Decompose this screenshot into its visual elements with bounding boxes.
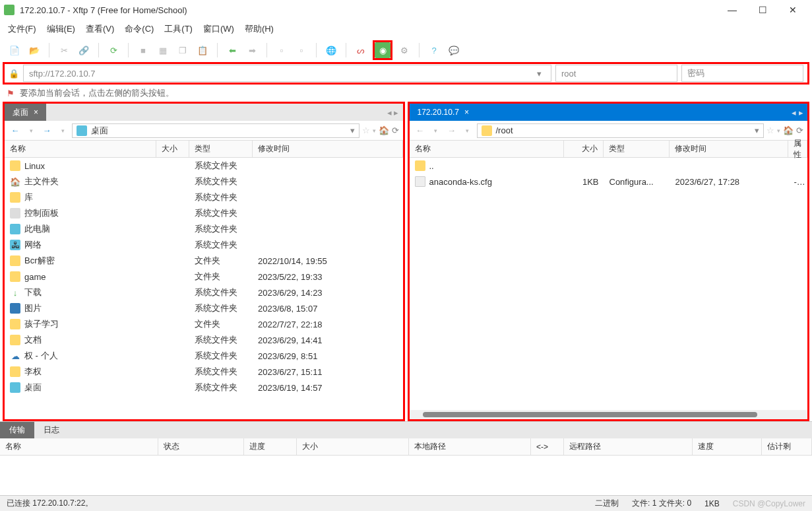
highlighted-toolbar-button[interactable]: ◉ bbox=[373, 40, 392, 60]
remote-path-input[interactable]: /root ▾ bbox=[477, 123, 765, 138]
transfer-left-icon[interactable]: ⬅ bbox=[224, 42, 240, 58]
th-status[interactable]: 状态 bbox=[158, 438, 244, 455]
remote-col-type[interactable]: 类型 bbox=[604, 141, 670, 157]
local-tab[interactable]: 桌面 × bbox=[5, 104, 46, 121]
local-refresh-icon[interactable]: ⟳ bbox=[392, 125, 399, 135]
menu-file[interactable]: 文件(F) bbox=[8, 23, 36, 35]
status-binary: 二进制 bbox=[595, 498, 619, 509]
file-type: 系统文件夹 bbox=[189, 223, 253, 235]
open-icon[interactable]: 📂 bbox=[26, 42, 42, 58]
props-icon[interactable]: ▦ bbox=[155, 42, 171, 58]
remote-col-attr[interactable]: 属性 bbox=[788, 141, 807, 157]
remote-col-size[interactable]: 大小 bbox=[564, 141, 604, 157]
file-row[interactable]: 图片 系统文件夹 2023/6/8, 15:07 bbox=[5, 300, 403, 316]
username-input[interactable]: root bbox=[555, 65, 677, 82]
stop-icon[interactable]: ■ bbox=[135, 42, 151, 58]
menu-tools[interactable]: 工具(T) bbox=[164, 23, 193, 35]
th-arrow[interactable]: <-> bbox=[531, 438, 564, 455]
th-name[interactable]: 名称 bbox=[0, 438, 158, 455]
menu-view[interactable]: 查看(V) bbox=[86, 23, 114, 35]
settings-icon[interactable]: ⚙ bbox=[396, 42, 412, 58]
page2-icon[interactable]: ▫ bbox=[294, 42, 309, 58]
password-input[interactable]: 密码 bbox=[681, 65, 803, 82]
file-row[interactable]: 孩子学习 文件夹 2022/7/27, 22:18 bbox=[5, 316, 403, 332]
local-col-name[interactable]: 名称 bbox=[5, 141, 156, 157]
local-col-type[interactable]: 类型 bbox=[189, 141, 253, 157]
file-row[interactable]: 李权 系统文件夹 2023/6/27, 15:11 bbox=[5, 364, 403, 380]
address-dropdown-icon[interactable]: ▾ bbox=[532, 69, 546, 79]
th-remote[interactable]: 远程路径 bbox=[564, 438, 693, 455]
remote-path-text: /root bbox=[496, 125, 513, 135]
file-row[interactable]: 文档 系统文件夹 2023/6/29, 14:41 bbox=[5, 332, 403, 348]
remote-back-icon[interactable]: ← bbox=[414, 125, 427, 135]
xshell-icon[interactable]: ᔕ bbox=[353, 42, 369, 58]
remote-col-date[interactable]: 修改时间 bbox=[670, 141, 788, 157]
file-row[interactable]: anaconda-ks.cfg 1KB Configura... 2023/6/… bbox=[410, 174, 808, 189]
copy-icon[interactable]: ❐ bbox=[175, 42, 191, 58]
remote-refresh-icon[interactable]: ⟳ bbox=[796, 125, 803, 135]
local-col-size[interactable]: 大小 bbox=[156, 141, 189, 157]
file-row[interactable]: game 文件夹 2023/5/22, 19:33 bbox=[5, 269, 403, 285]
local-col-date[interactable]: 修改时间 bbox=[253, 141, 403, 157]
maximize-button[interactable]: ☐ bbox=[747, 0, 778, 20]
remote-bookmark-icon[interactable]: ☆ bbox=[766, 125, 774, 135]
cut-icon[interactable]: ✂ bbox=[56, 42, 72, 58]
refresh-icon[interactable]: ⟳ bbox=[106, 42, 121, 58]
file-row[interactable]: ☁权 - 个人 系统文件夹 2023/6/29, 8:51 bbox=[5, 348, 403, 364]
file-row[interactable]: .. bbox=[410, 158, 808, 174]
globe-icon[interactable]: 🌐 bbox=[323, 42, 339, 58]
th-eta[interactable]: 估计剩 bbox=[762, 438, 812, 455]
menu-command[interactable]: 命令(C) bbox=[125, 23, 154, 35]
close-button[interactable]: ✕ bbox=[778, 0, 808, 20]
remote-tab[interactable]: 172.20.10.7 × bbox=[410, 104, 477, 121]
minimize-button[interactable]: — bbox=[717, 0, 747, 20]
tab-log[interactable]: 日志 bbox=[34, 422, 69, 439]
local-back-icon[interactable]: ← bbox=[9, 125, 22, 135]
new-session-icon[interactable]: 📄 bbox=[7, 42, 22, 58]
file-row[interactable]: ↓下载 系统文件夹 2023/6/29, 14:23 bbox=[5, 285, 403, 300]
link-icon[interactable]: 🔗 bbox=[76, 42, 92, 58]
th-local[interactable]: 本地路径 bbox=[409, 438, 531, 455]
local-path-drop-icon[interactable]: ▾ bbox=[350, 125, 355, 135]
local-tab-nav[interactable]: ◂ ▸ bbox=[383, 108, 403, 118]
remote-tab-nav[interactable]: ◂ ▸ bbox=[788, 108, 807, 118]
menu-window[interactable]: 窗口(W) bbox=[203, 23, 234, 35]
local-tab-close-icon[interactable]: × bbox=[34, 108, 38, 117]
file-row[interactable]: 🖧网络 系统文件夹 bbox=[5, 237, 403, 253]
local-fwd-drop-icon[interactable]: ▾ bbox=[56, 127, 69, 134]
remote-col-name[interactable]: 名称 bbox=[410, 141, 565, 157]
file-row[interactable]: Linux 系统文件夹 bbox=[5, 158, 403, 174]
local-bookmark-icon[interactable]: ☆ bbox=[362, 125, 370, 135]
paste-icon[interactable]: 📋 bbox=[195, 42, 210, 58]
th-speed[interactable]: 速度 bbox=[693, 438, 762, 455]
local-file-header: 名称 大小 类型 修改时间 bbox=[5, 141, 403, 158]
local-forward-icon[interactable]: → bbox=[40, 125, 53, 135]
remote-tab-close-icon[interactable]: × bbox=[464, 108, 469, 117]
file-row[interactable]: 此电脑 系统文件夹 bbox=[5, 221, 403, 237]
menu-help[interactable]: 帮助(H) bbox=[245, 23, 274, 35]
remote-file-list[interactable]: .. anaconda-ks.cfg 1KB Configura... 2023… bbox=[410, 158, 808, 410]
file-row[interactable]: 控制面板 系统文件夹 bbox=[5, 205, 403, 221]
file-row[interactable]: 库 系统文件夹 bbox=[5, 189, 403, 205]
th-progress[interactable]: 进度 bbox=[244, 438, 297, 455]
tab-transfer[interactable]: 传输 bbox=[0, 422, 34, 439]
menu-edit[interactable]: 编辑(E) bbox=[47, 23, 75, 35]
chat-icon[interactable]: 💬 bbox=[446, 42, 462, 58]
remote-scrollbar[interactable] bbox=[410, 410, 808, 419]
remote-path-drop-icon[interactable]: ▾ bbox=[755, 125, 759, 135]
address-input[interactable]: sftp://172.20.10.7 ▾ bbox=[23, 65, 551, 82]
local-file-list[interactable]: Linux 系统文件夹 🏠主文件夹 系统文件夹 库 系统文件夹 控制面板 系统文… bbox=[5, 158, 403, 419]
remote-forward-icon[interactable]: → bbox=[445, 125, 458, 135]
transfer-right-icon[interactable]: ➡ bbox=[244, 42, 260, 58]
help-icon[interactable]: ? bbox=[426, 42, 442, 58]
transfer-header: 名称 状态 进度 大小 本地路径 <-> 远程路径 速度 估计剩 bbox=[0, 438, 812, 456]
page1-icon[interactable]: ▫ bbox=[274, 42, 290, 58]
local-home-icon[interactable]: 🏠 bbox=[379, 125, 389, 135]
file-row[interactable]: 🏠主文件夹 系统文件夹 bbox=[5, 174, 403, 189]
local-path-input[interactable]: 桌面 ▾ bbox=[72, 123, 359, 138]
th-size[interactable]: 大小 bbox=[297, 438, 409, 455]
local-back-drop-icon[interactable]: ▾ bbox=[24, 127, 38, 134]
file-row[interactable]: 桌面 系统文件夹 2023/6/19, 14:57 bbox=[5, 380, 403, 395]
file-row[interactable]: Bcr解密 文件夹 2022/10/14, 19:55 bbox=[5, 253, 403, 269]
remote-home-icon[interactable]: 🏠 bbox=[783, 125, 794, 135]
